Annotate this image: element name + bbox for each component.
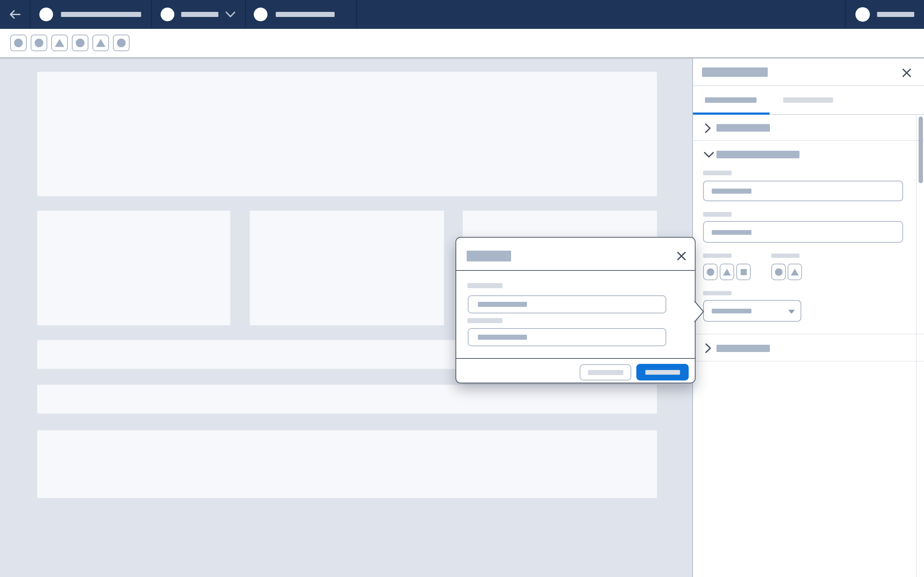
section-title-placeholder [716, 345, 770, 352]
input-value-placeholder [712, 230, 751, 235]
panel-icon-button-circle[interactable] [703, 264, 717, 280]
tool-button-circle-2[interactable] [31, 35, 47, 51]
avatar [39, 8, 53, 21]
chevron-right-icon [705, 343, 711, 353]
tool-button-circle-1[interactable] [10, 35, 27, 51]
circle-icon [14, 39, 23, 47]
triangle-icon [723, 269, 731, 276]
field-label-placeholder [467, 318, 502, 323]
dialog-cancel-button[interactable] [580, 364, 631, 380]
button-label-placeholder [645, 370, 680, 375]
triangle-icon [55, 39, 64, 47]
dialog-confirm-button[interactable] [636, 364, 689, 380]
circle-icon [117, 39, 126, 47]
properties-panel [692, 58, 924, 577]
dialog-header-divider [456, 270, 695, 271]
content-placeholder-box-1 [37, 72, 657, 196]
circle-icon [707, 268, 714, 276]
circle-icon [35, 39, 43, 47]
tool-button-triangle-5[interactable] [92, 35, 109, 51]
content-placeholder-box-6 [37, 385, 657, 414]
circle-icon [76, 39, 84, 47]
tab-inactive-label-placeholder[interactable] [783, 97, 833, 103]
panel-icon-button-square[interactable] [736, 264, 751, 280]
toolbar [0, 29, 924, 58]
dialog-close-button[interactable] [677, 251, 686, 261]
tool-button-circle-4[interactable] [72, 35, 89, 51]
icon-group-label-placeholder [703, 253, 732, 258]
panel-header-divider [693, 85, 924, 86]
tool-button-circle-6[interactable] [113, 35, 129, 51]
input-value-placeholder [478, 302, 527, 307]
top-navigation-bar [0, 0, 924, 29]
panel-close-button[interactable] [902, 68, 911, 77]
arrow-left-icon [9, 9, 21, 20]
tab-active-label-placeholder[interactable] [705, 97, 756, 103]
back-button[interactable] [0, 0, 30, 29]
panel-icon-button-triangle[interactable] [788, 264, 802, 280]
content-placeholder-box-7 [37, 430, 657, 498]
field-label-placeholder [467, 283, 502, 288]
tool-button-triangle-3[interactable] [51, 35, 68, 51]
triangle-icon [96, 39, 105, 47]
dialog-pointer-arrow [694, 301, 704, 322]
topbar-menu-item-3[interactable] [246, 0, 357, 29]
circle-icon [775, 268, 782, 276]
app-window [0, 0, 924, 577]
section-title-placeholder [716, 124, 770, 132]
panel-divider [693, 361, 924, 361]
menu-label-placeholder [181, 12, 218, 17]
chevron-down-icon [226, 11, 235, 18]
panel-icon-button-circle[interactable] [771, 264, 786, 280]
button-label-placeholder [588, 370, 624, 375]
content-placeholder-box-3 [250, 211, 444, 325]
input-value-placeholder [712, 189, 751, 193]
menu-label-placeholder [276, 12, 334, 17]
menu-label-placeholder [61, 12, 141, 17]
input-value-placeholder [478, 335, 527, 340]
chevron-down-icon [704, 152, 714, 158]
dropdown-label-placeholder [703, 291, 732, 295]
topbar-menu-item-1[interactable] [30, 0, 152, 29]
avatar [254, 8, 267, 21]
scrollbar-thumb[interactable] [919, 116, 923, 183]
scrollbar-track [916, 114, 916, 577]
edit-dialog [456, 237, 696, 384]
chevron-right-icon [704, 123, 711, 133]
field-label-placeholder [703, 171, 732, 175]
panel-title-placeholder [702, 68, 768, 77]
avatar [855, 7, 870, 22]
topbar-spacer [357, 0, 845, 29]
panel-icon-button-triangle[interactable] [720, 264, 734, 280]
account-label-placeholder [877, 12, 914, 17]
triangle-icon [791, 269, 799, 276]
toolbar-shape-tools [10, 35, 129, 51]
square-icon [741, 269, 747, 275]
field-label-placeholder [703, 212, 732, 217]
caret-down-icon [788, 310, 795, 314]
account-menu[interactable] [845, 0, 924, 29]
dropdown-value-placeholder [712, 309, 751, 313]
topbar-menu-items [30, 0, 357, 29]
section-title-placeholder [716, 151, 800, 158]
dialog-footer-divider [456, 358, 695, 359]
dialog-title-placeholder [467, 251, 511, 261]
content-placeholder-box-2 [37, 211, 230, 325]
icon-group-label-placeholder [771, 253, 800, 258]
topbar-menu-item-2[interactable] [152, 0, 246, 29]
avatar [161, 8, 174, 21]
